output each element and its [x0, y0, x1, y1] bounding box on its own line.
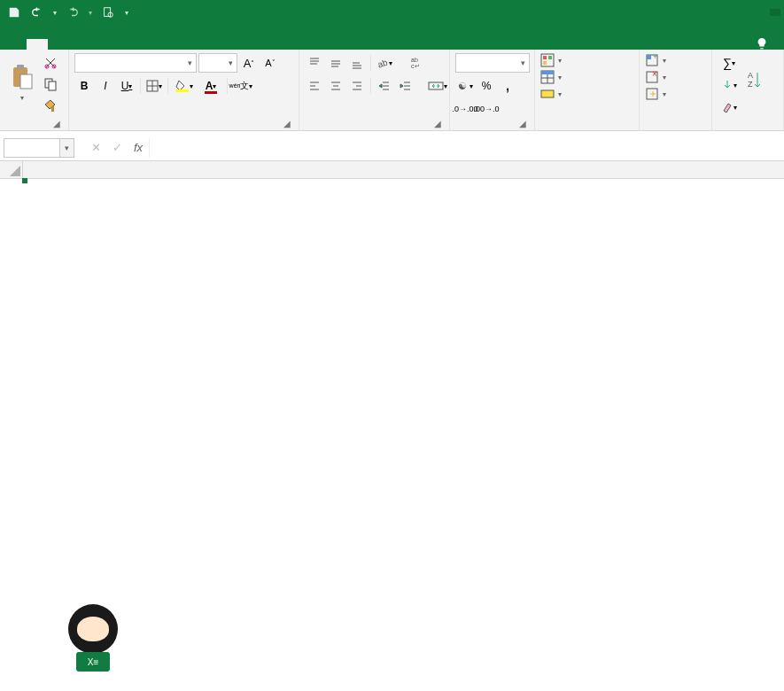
svg-rect-9: [51, 106, 54, 112]
title-bar: ▾ ▾ ▾: [0, 0, 784, 25]
underline-button[interactable]: U▾: [117, 76, 136, 96]
quick-access-toolbar: ▾ ▾ ▾: [4, 2, 133, 23]
svg-rect-46: [543, 61, 547, 65]
decrease-indent-button[interactable]: [375, 76, 394, 96]
tab-developer[interactable]: [175, 39, 197, 50]
svg-text:ab: ab: [376, 57, 389, 69]
name-box[interactable]: ▾: [4, 138, 74, 158]
fill-button[interactable]: ▾: [718, 75, 741, 95]
ribbon: ▾ ◢ ▾ ▾ A˄ A˅ B I U▾ ▾: [0, 50, 784, 131]
font-color-button[interactable]: A▾: [198, 76, 223, 96]
paste-button[interactable]: ▾: [5, 53, 39, 112]
increase-indent-button[interactable]: [396, 76, 415, 96]
bold-button[interactable]: B: [74, 76, 94, 96]
clipboard-launcher-icon[interactable]: ◢: [50, 117, 63, 129]
comma-style-button[interactable]: ,: [498, 76, 517, 96]
wrap-text-button[interactable]: abc↵: [407, 53, 430, 73]
number-launcher-icon[interactable]: ◢: [516, 117, 529, 129]
cell-styles-button[interactable]: ▾: [540, 87, 562, 101]
fill-color-button[interactable]: ▾: [172, 76, 197, 96]
avatar-face-icon: [68, 604, 118, 654]
font-launcher-icon[interactable]: ◢: [281, 117, 293, 129]
svg-rect-48: [541, 71, 554, 74]
svg-text:A: A: [748, 71, 753, 80]
svg-rect-45: [548, 56, 552, 59]
name-box-dropdown-icon[interactable]: ▾: [59, 139, 74, 157]
tab-data[interactable]: [112, 39, 133, 50]
align-middle-button[interactable]: [326, 53, 345, 73]
delete-cells-button[interactable]: ×▾: [645, 70, 666, 84]
align-right-button[interactable]: [347, 76, 367, 96]
svg-rect-51: [541, 90, 554, 97]
increase-font-button[interactable]: A˄: [239, 53, 259, 73]
worksheet-grid[interactable]: X≡: [0, 161, 784, 691]
svg-rect-4: [20, 74, 32, 89]
phonetic-button[interactable]: wén文▾: [231, 76, 251, 96]
format-as-table-button[interactable]: ▾: [540, 70, 562, 84]
svg-rect-41: [429, 82, 443, 89]
author-avatar: X≡: [53, 604, 133, 675]
enter-formula-button[interactable]: ✓: [106, 138, 128, 158]
font-size-selector[interactable]: ▾: [198, 53, 237, 73]
tab-help[interactable]: [197, 39, 218, 50]
tab-formulas[interactable]: [90, 39, 112, 50]
clear-button[interactable]: ▾: [718, 97, 741, 117]
percent-button[interactable]: %: [477, 76, 496, 96]
align-center-button[interactable]: [326, 76, 345, 96]
sort-filter-button[interactable]: AZ: [742, 53, 769, 112]
cancel-formula-button[interactable]: ✕: [85, 138, 106, 158]
svg-rect-44: [543, 56, 547, 59]
italic-button[interactable]: I: [96, 76, 115, 96]
ribbon-tabs: [0, 25, 784, 50]
tab-power-pivot[interactable]: [239, 39, 260, 50]
qat-customize-icon[interactable]: ▾: [120, 2, 133, 23]
undo-button[interactable]: [27, 2, 48, 23]
align-bottom-button[interactable]: [347, 53, 367, 73]
tab-pdf-tools[interactable]: [218, 39, 239, 50]
login-button[interactable]: [770, 9, 780, 16]
select-all-corner[interactable]: [0, 161, 23, 179]
accounting-format-button[interactable]: ☯▾: [455, 76, 475, 96]
avatar-badge-icon: X≡: [76, 652, 110, 672]
autosum-button[interactable]: ∑▾: [718, 53, 741, 73]
tab-view[interactable]: [154, 39, 175, 50]
lightbulb-icon: [756, 37, 768, 50]
tab-review[interactable]: [133, 39, 154, 50]
cut-button[interactable]: [41, 53, 60, 73]
align-left-button[interactable]: [305, 76, 324, 96]
redo-button[interactable]: [62, 2, 83, 23]
undo-more-icon[interactable]: ▾: [50, 2, 60, 23]
tab-home[interactable]: [27, 39, 48, 50]
align-top-button[interactable]: [305, 53, 324, 73]
svg-rect-8: [49, 82, 56, 90]
svg-rect-0: [105, 8, 111, 17]
orientation-button[interactable]: ab▾: [375, 53, 394, 73]
number-format-selector[interactable]: ▾: [455, 53, 530, 73]
conditional-formatting-button[interactable]: ▾: [540, 53, 562, 67]
formula-input[interactable]: [149, 138, 784, 158]
copy-button[interactable]: [41, 74, 60, 94]
decrease-decimal-button[interactable]: .00→.0: [477, 99, 496, 119]
svg-rect-3: [17, 65, 24, 69]
increase-decimal-button[interactable]: .0→.00: [455, 99, 475, 119]
svg-text:ab: ab: [411, 57, 418, 63]
svg-rect-13: [176, 89, 189, 92]
redo-more-icon[interactable]: ▾: [85, 2, 96, 23]
tab-page-layout[interactable]: [69, 39, 90, 50]
format-painter-button[interactable]: [41, 96, 60, 115]
svg-text:☯: ☯: [458, 81, 467, 91]
svg-text:c↵: c↵: [411, 63, 420, 69]
tab-insert[interactable]: [48, 39, 69, 50]
insert-cells-button[interactable]: +▾: [645, 53, 666, 67]
decrease-font-button[interactable]: A˅: [260, 53, 280, 73]
tab-file[interactable]: [4, 39, 27, 50]
format-cells-button[interactable]: ▾: [645, 87, 666, 101]
borders-button[interactable]: ▾: [144, 76, 164, 96]
font-family-selector[interactable]: ▾: [74, 53, 197, 73]
align-launcher-icon[interactable]: ◢: [431, 117, 444, 129]
merge-center-button[interactable]: ▾: [424, 76, 451, 96]
save-button[interactable]: [4, 2, 25, 23]
print-preview-button[interactable]: [97, 2, 119, 23]
svg-text:Z: Z: [748, 80, 753, 89]
insert-function-button[interactable]: fx: [128, 138, 149, 158]
